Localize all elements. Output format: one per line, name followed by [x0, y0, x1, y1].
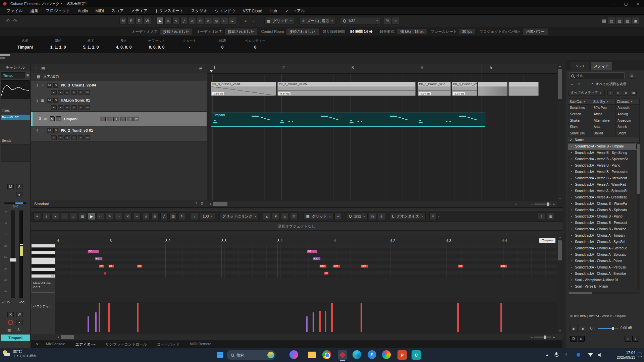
- filter-value-Asia[interactable]: Asia: [592, 124, 616, 130]
- media-item[interactable]: ◔SoundtrackA - Verse B - SymString: [568, 149, 637, 156]
- filter-value-80's Pop[interactable]: 80's Pop: [592, 105, 616, 111]
- gear-icon[interactable]: ⚙: [200, 201, 204, 206]
- media-item[interactable]: ◔SoundtrackA - Verse A - WarmPad: [568, 181, 637, 188]
- audio-event-PK_3_Crash1_v2-04[interactable]: PK_3_Crash1_v2-04-2.93 dB: [211, 82, 276, 96]
- controller-lane-label[interactable]: Main Volume CC 7: [32, 280, 55, 293]
- loop-icon[interactable]: ↻: [178, 213, 186, 220]
- zoom-tool[interactable]: ◎: [151, 213, 159, 220]
- zoom-slider-thumb[interactable]: [547, 202, 549, 206]
- media-type-select[interactable]: すべてのメディア ▾: [569, 90, 605, 96]
- close-lower-zone-button[interactable]: ✕: [34, 342, 41, 347]
- piano-key[interactable]: [32, 248, 55, 251]
- inserts-label[interactable]: Inser.: [2, 109, 10, 112]
- quantize-panel-button[interactable]: e: [378, 213, 385, 220]
- info-field-ミュート[interactable]: ミュート-: [173, 36, 206, 53]
- media-item[interactable]: ◔SoundtrackA - Chorus A - SymStri: [568, 239, 637, 245]
- zoom-tool[interactable]: ◎: [213, 17, 220, 24]
- track-channel-button[interactable]: ≡: [120, 117, 126, 121]
- filter-value-Alternative[interactable]: Alternative: [592, 117, 616, 124]
- midi-note-D#[interactable]: D#: [137, 264, 143, 268]
- draw-tool[interactable]: ✎: [106, 213, 113, 220]
- scroll-thumb[interactable]: [637, 144, 640, 194]
- media-item[interactable]: ◔SoundtrackA - Chorus B - WarmPa: [568, 200, 637, 207]
- move-down-more-button[interactable]: ▽: [290, 213, 298, 220]
- gear-icon[interactable]: ⚙: [623, 90, 629, 96]
- sends-slot[interactable]: [1, 144, 30, 162]
- piano-key[interactable]: [32, 244, 55, 248]
- piano-key[interactable]: [32, 264, 55, 268]
- preview-play-button[interactable]: ▶: [570, 325, 578, 332]
- menu-item-プロジェクト[interactable]: プロジェクト: [42, 8, 74, 14]
- split-tool[interactable]: ✂: [133, 213, 141, 220]
- track-row-Timpani[interactable]: 3▦MSTimpani●◂e≡RW: [31, 111, 207, 126]
- velocity-field[interactable]: 100 ▾: [200, 213, 215, 220]
- audio-event-waveform[interactable]: [508, 82, 539, 96]
- taskbar-app-folder[interactable]: [307, 350, 317, 360]
- arrange-ruler[interactable]: 12345: [207, 64, 557, 74]
- zoom-in-icon[interactable]: +: [553, 202, 555, 206]
- track-channel-button[interactable]: ≡: [71, 90, 77, 95]
- midi-note-G2[interactable]: G2: [88, 250, 99, 253]
- toolbar-s-button[interactable]: S: [127, 17, 135, 24]
- draw-tool[interactable]: ✎: [172, 17, 180, 24]
- channel-solo-button[interactable]: S: [16, 184, 22, 189]
- track-read-button[interactable]: R: [127, 117, 132, 121]
- menu-item-トランスポート[interactable]: トランスポート: [151, 8, 187, 14]
- back-icon[interactable]: ←: [571, 82, 574, 86]
- track-record-button[interactable]: ●: [51, 90, 57, 95]
- name-column-header[interactable]: ✓ Name: [568, 137, 640, 143]
- move-down-button[interactable]: ▼: [272, 213, 279, 220]
- chevron-down-icon[interactable]: ▾: [196, 201, 197, 206]
- track-read-button[interactable]: R: [78, 135, 84, 140]
- media-item[interactable]: ◔SoundtrackA - Chorus B - Spiccato: [568, 207, 637, 213]
- scroll-thumb[interactable]: [569, 292, 592, 294]
- solo-editor-button[interactable]: s: [43, 213, 50, 220]
- more-icon[interactable]: …: [585, 82, 589, 86]
- zoom-out-icon[interactable]: −: [531, 202, 533, 206]
- taskbar-app-chrome[interactable]: [322, 350, 331, 359]
- erase-tool[interactable]: ▱: [189, 17, 196, 24]
- menu-item-マニュアル[interactable]: マニュアル: [281, 8, 309, 14]
- midi-note-D#[interactable]: D#: [108, 264, 114, 268]
- editor-snap-select[interactable]: ▦ グリッド ▾: [303, 213, 333, 220]
- track-write-button[interactable]: W: [85, 135, 90, 140]
- quantize-panel-button[interactable]: e: [392, 17, 399, 24]
- filter-value-Arpeggio[interactable]: Arpeggio: [616, 117, 640, 124]
- media-item[interactable]: ◔SoundtrackA - Chorus A - Piano: [568, 258, 637, 264]
- track-mute-button[interactable]: M: [47, 83, 52, 88]
- import-icon[interactable]: ↓: [632, 336, 639, 342]
- scroll-right-icon[interactable]: ▸: [514, 202, 519, 206]
- piano-keys[interactable]: C2: [32, 244, 55, 278]
- fader-cap[interactable]: [10, 258, 16, 262]
- menu-item-ファイル[interactable]: ファイル: [3, 8, 26, 14]
- zoom-slider[interactable]: [534, 203, 551, 205]
- media-item[interactable]: ◔SoundtrackA - Verse B - SpiccatoSt: [568, 156, 637, 162]
- erase-tool[interactable]: ▱: [115, 213, 122, 220]
- channel-record-button[interactable]: [8, 320, 13, 325]
- media-item[interactable]: ◔SoundtrackA - Verse B - Percussion: [568, 169, 637, 175]
- filter-value-Slam[interactable]: Slam: [568, 124, 592, 130]
- status-value[interactable]: 接続されました: [160, 28, 192, 35]
- menu-item-MIDI[interactable]: MIDI: [92, 9, 108, 13]
- track-solo-button[interactable]: S: [56, 116, 61, 121]
- midi-note[interactable]: [103, 272, 106, 275]
- velocity-bar[interactable]: [319, 311, 321, 332]
- midi-note-C#[interactable]: C#: [324, 272, 329, 275]
- weather-widget[interactable]: 30°C くもりのち晴れ: [3, 349, 37, 358]
- piano-key[interactable]: [32, 271, 55, 275]
- info-field-開始[interactable]: 開始1. 1. 1. 0: [42, 36, 74, 53]
- hscroll-thumb[interactable]: [213, 202, 227, 206]
- midi-note-D#2[interactable]: D#2: [361, 264, 368, 268]
- tab-エディター[interactable]: エディター▾: [70, 342, 100, 347]
- notification-icon[interactable]: [638, 353, 642, 357]
- range-select-tool[interactable]: ▭: [97, 213, 104, 220]
- channel-track-name[interactable]: Timpani: [1, 335, 30, 341]
- filter-value-Ballad[interactable]: Ballad: [592, 130, 616, 136]
- filter-value-Shaker[interactable]: Shaker: [568, 117, 592, 124]
- automation-curve-icon[interactable]: ~: [250, 17, 257, 24]
- track-visibility-icon[interactable]: ▤: [41, 66, 45, 70]
- media-item[interactable]: ◔SoundtrackA - Chorus A - StereoSt: [568, 245, 637, 251]
- start-button[interactable]: [217, 352, 223, 358]
- layout-lower-zone-button[interactable]: ▥: [616, 17, 623, 24]
- sends-label[interactable]: Sends: [2, 139, 11, 142]
